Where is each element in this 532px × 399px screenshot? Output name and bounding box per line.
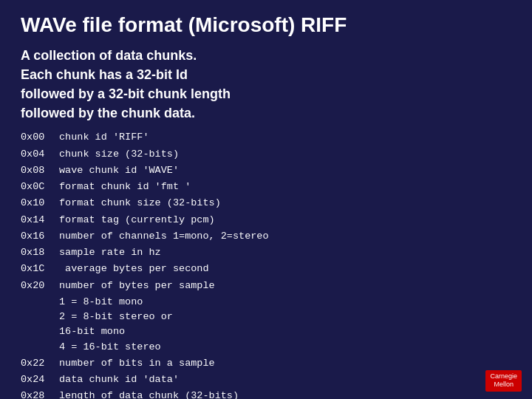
page-title: WAVe file format (Microsoft) RIFF (21, 13, 511, 37)
hex-0x18: 0x18 (21, 245, 59, 260)
badge-line1: Carnegie (490, 372, 517, 381)
page-container: WAVe file format (Microsoft) RIFF A coll… (0, 0, 532, 399)
hex-0x04: 0x04 (21, 147, 59, 162)
desc-0x08: wave chunk id 'WAVE' (59, 163, 179, 178)
table-row: 0x04 chunk size (32-bits) (21, 147, 511, 162)
desc-0x28: length of data chunk (32-bits) (59, 389, 239, 399)
table-row: 0x20 number of bytes per sample (21, 279, 511, 293)
desc-0x22: number of bits in a sample (59, 356, 215, 371)
hex-0x0C: 0x0C (21, 180, 59, 194)
intro-text: A collection of data chunks. Each chunk … (21, 46, 511, 123)
hex-0x08: 0x08 (21, 163, 59, 178)
desc-0x1C: average bytes per second (59, 262, 209, 276)
table-row: 0x18 sample rate in hz (21, 245, 511, 260)
table-row: 0x0C format chunk id 'fmt ' (21, 180, 511, 194)
table-row: 0x22 number of bits in a sample (21, 356, 511, 371)
format-table: 0x00 chunk id 'RIFF' 0x04 chunk size (32… (21, 130, 511, 399)
indent-line-4: 4 = 16-bit stereo (59, 340, 511, 355)
desc-0x16: number of channels 1=mono, 2=stereo (59, 229, 269, 244)
hex-0x14: 0x14 (21, 213, 59, 228)
table-row: 0x1C average bytes per second (21, 262, 511, 276)
hex-0x20: 0x20 (21, 279, 59, 293)
indent-line-1: 1 = 8-bit mono (59, 295, 511, 310)
hex-0x28: 0x28 (21, 389, 59, 399)
intro-line1: A collection of data chunks. (21, 46, 511, 65)
table-row: 0x28 length of data chunk (32-bits) (21, 389, 511, 399)
indent-line-2: 2 = 8-bit stereo or (59, 310, 511, 324)
desc-0x18: sample rate in hz (59, 245, 161, 260)
hex-0x16: 0x16 (21, 229, 59, 244)
desc-0x10: format chunk size (32-bits) (59, 196, 221, 211)
hex-0x1C: 0x1C (21, 262, 59, 276)
intro-line3: followed by a 32-bit chunk length (21, 84, 511, 103)
table-row: 0x00 chunk id 'RIFF' (21, 130, 511, 145)
table-row: 0x10 format chunk size (32-bits) (21, 196, 511, 211)
desc-0x14: format tag (currently pcm) (59, 213, 215, 228)
hex-0x24: 0x24 (21, 372, 59, 387)
desc-0x04: chunk size (32-bits) (59, 147, 179, 162)
intro-line2: Each chunk has a 32-bit Id (21, 65, 511, 84)
carnegie-mellon-badge: Carnegie Mellon (485, 370, 522, 392)
hex-0x10: 0x10 (21, 196, 59, 211)
hex-0x22: 0x22 (21, 356, 59, 371)
badge-line2: Mellon (490, 381, 517, 389)
indent-line-3: 16-bit mono (59, 324, 511, 339)
hex-0x00: 0x00 (21, 130, 59, 145)
desc-0x24: data chunk id 'data' (59, 372, 179, 387)
table-row: 0x08 wave chunk id 'WAVE' (21, 163, 511, 178)
desc-0x20: number of bytes per sample (59, 279, 215, 293)
table-row: 0x16 number of channels 1=mono, 2=stereo (21, 229, 511, 244)
table-row: 0x14 format tag (currently pcm) (21, 213, 511, 228)
desc-0x0C: format chunk id 'fmt ' (59, 180, 191, 194)
intro-line4: followed by the chunk data. (21, 103, 511, 123)
table-row: 0x24 data chunk id 'data' (21, 372, 511, 387)
indent-block: 1 = 8-bit mono 2 = 8-bit stereo or 16-bi… (59, 295, 511, 355)
desc-0x00: chunk id 'RIFF' (59, 130, 149, 145)
